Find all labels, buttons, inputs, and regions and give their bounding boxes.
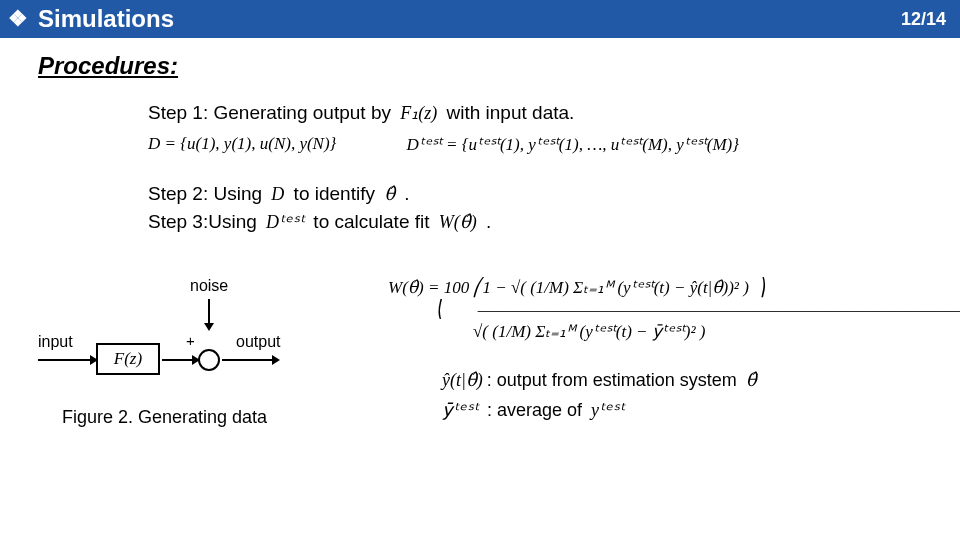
figure-caption: Figure 2. Generating data	[62, 407, 358, 428]
slide-title: Simulations	[38, 5, 174, 33]
page-number: 12/14	[901, 9, 946, 30]
legend-1-symbol: ŷ(t|θ̂)	[438, 370, 487, 390]
step-2-text-b: to identify	[288, 183, 380, 204]
step-3-text-b: to calculate fit	[308, 211, 435, 232]
step-2-text-c: .	[399, 183, 410, 204]
slide-content: Procedures: Step 1: Generating output by…	[0, 38, 960, 429]
block-diagram: noise input F(z) + output	[38, 277, 358, 397]
arrow-down-icon	[208, 299, 210, 329]
legend-row-1: ŷ(t|θ̂): output from estimation system θ…	[438, 369, 960, 391]
arrow-right-icon	[162, 359, 198, 361]
fit-formula: W(θ̂) = 100 ⎛1 − √( (1/M) Σₜ₌₁ᴹ (yᵗᵉˢᵗ(t…	[388, 277, 960, 343]
arrow-right-icon	[222, 359, 278, 361]
section-heading: Procedures:	[38, 52, 922, 80]
transfer-block: F(z)	[96, 343, 160, 375]
arrow-right-icon	[38, 359, 96, 361]
step-2-math-1: D	[267, 184, 288, 204]
output-label: output	[236, 333, 280, 351]
steps-block: Step 1: Generating output by F₁(z) with …	[148, 102, 922, 233]
input-label: input	[38, 333, 73, 351]
step-3-text-c: .	[481, 211, 492, 232]
plus-label: +	[186, 332, 195, 349]
summing-junction-icon	[198, 349, 220, 371]
step-2-text-a: Step 2: Using	[148, 183, 267, 204]
equation-d: D = {u(1), y(1), u(N), y(N)}	[148, 134, 336, 155]
title-bar: ❖ Simulations 12/14	[0, 0, 960, 38]
legend-1-symbol-2: θ̂	[742, 370, 761, 390]
step-1-text-b: with input data.	[441, 102, 574, 123]
figure-panel: noise input F(z) + output Figure 2. Gene…	[38, 277, 358, 429]
step-1-text-a: Step 1: Generating output by	[148, 102, 396, 123]
bullet-icon: ❖	[8, 6, 28, 32]
legend-2-symbol: ȳᵗᵉˢᵗ	[438, 400, 482, 420]
legend: ŷ(t|θ̂): output from estimation system θ…	[438, 369, 960, 421]
step-3-text-a: Step 3:Using	[148, 211, 262, 232]
step-1-math: F₁(z)	[396, 103, 441, 123]
noise-label: noise	[190, 277, 228, 295]
legend-2-symbol-2: yᵗᵉˢᵗ	[587, 400, 628, 420]
legend-1-text: : output from estimation system	[487, 370, 742, 390]
lower-panel: noise input F(z) + output Figure 2. Gene…	[38, 277, 922, 429]
equation-dtest: Dᵗᵉˢᵗ = {uᵗᵉˢᵗ(1), yᵗᵉˢᵗ(1), …, uᵗᵉˢᵗ(M)…	[406, 134, 739, 155]
step-2-math-2: θ̂	[380, 184, 399, 204]
step-2: Step 2: Using D to identify θ̂ .	[148, 183, 922, 205]
equation-row: D = {u(1), y(1), u(N), y(N)} Dᵗᵉˢᵗ = {uᵗ…	[148, 134, 922, 155]
step-3: Step 3:Using Dᵗᵉˢᵗ to calculate fit W(θ̂…	[148, 211, 922, 233]
step-1: Step 1: Generating output by F₁(z) with …	[148, 102, 922, 124]
formula-panel: W(θ̂) = 100 ⎛1 − √( (1/M) Σₜ₌₁ᴹ (yᵗᵉˢᵗ(t…	[388, 277, 960, 429]
legend-2-text: : average of	[482, 400, 587, 420]
step-3-math-2: W(θ̂)	[435, 212, 481, 232]
step-3-math-1: Dᵗᵉˢᵗ	[262, 212, 308, 232]
legend-row-2: ȳᵗᵉˢᵗ : average of yᵗᵉˢᵗ	[438, 399, 960, 421]
